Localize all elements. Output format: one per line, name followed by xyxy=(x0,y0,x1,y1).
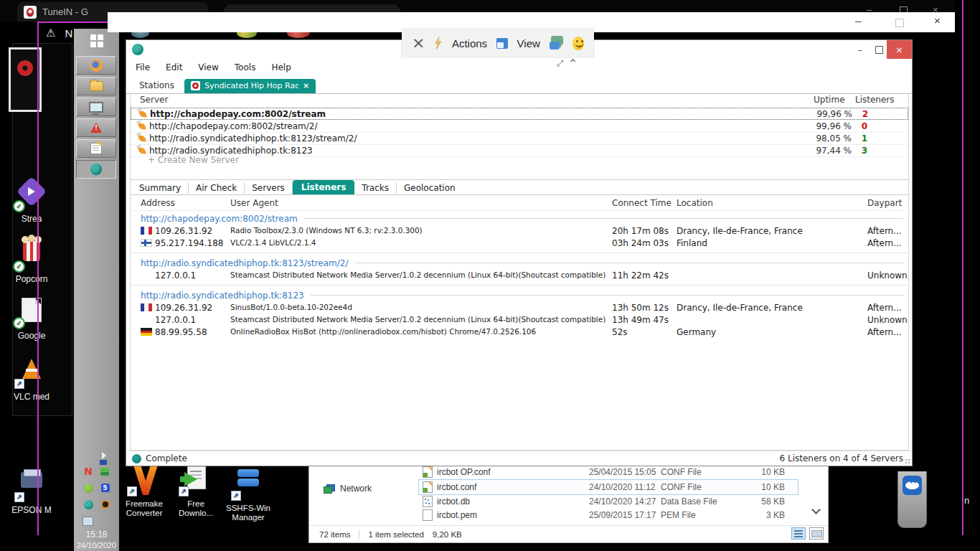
col-server: Server xyxy=(140,95,168,105)
green-flag-tray-icon[interactable] xyxy=(100,468,109,476)
app-minimize-button[interactable]: – xyxy=(851,40,870,59)
actions-button[interactable]: Actions xyxy=(452,37,487,50)
nvidia-tray-icon[interactable]: N xyxy=(84,466,93,476)
sidebar-item-network[interactable]: Network xyxy=(324,484,372,494)
start-button[interactable] xyxy=(74,29,119,53)
desktop-icon-epson[interactable]: ↗ EPSON M xyxy=(0,466,63,515)
outer-close-button[interactable]: × xyxy=(934,14,941,27)
file-type: CONF File xyxy=(661,467,745,477)
menu-tools[interactable]: Tools xyxy=(235,62,256,72)
smiley-feedback-icon[interactable] xyxy=(573,37,584,50)
taskbar-button-explorer[interactable] xyxy=(76,77,116,95)
listener-user-agent: SinusBot/1.0.0-beta.10-202ee4d xyxy=(230,303,593,312)
file-row[interactable]: ircbot.db 24/10/2020 14:27 Data Base Fil… xyxy=(423,494,792,508)
taskbar-button-radio-app-active[interactable] xyxy=(76,160,116,179)
radio-app-window: – × File Edit View Tools Help Stations S… xyxy=(126,39,913,466)
details-view-button[interactable] xyxy=(791,527,806,540)
outer-minimize-button[interactable]: – xyxy=(855,14,861,27)
flag-finland-icon xyxy=(141,239,152,247)
listener-row[interactable]: 88.99.95.58 OnlineRadioBox HisBot (http:… xyxy=(130,326,909,338)
listener-row[interactable]: 109.26.31.92 SinusBot/1.0.0-beta.10-202e… xyxy=(130,301,909,314)
taskbar-button-alerts[interactable] xyxy=(76,118,116,137)
remote-session-toolbar: × Actions View xyxy=(402,29,594,57)
group-url[interactable]: http://radio.syndicatedhiphop.tk:8123 xyxy=(141,291,304,301)
group-url[interactable]: http://chapodepay.com:8002/stream xyxy=(141,214,298,224)
tab-servers[interactable]: Servers xyxy=(245,182,293,195)
expand-icon[interactable]: ⤢ xyxy=(557,58,564,68)
desktop-icon-stream[interactable]: ✓ Strea xyxy=(0,178,63,224)
listener-address: 109.26.31.92 xyxy=(155,226,212,236)
file-name: ircbot.conf xyxy=(437,482,589,492)
scroll-down-chevron-icon[interactable] xyxy=(811,505,821,514)
close-tab-icon[interactable]: × xyxy=(303,81,309,90)
globe-icon xyxy=(90,164,102,175)
tab-geolocation[interactable]: Geolocation xyxy=(397,182,463,195)
collapse-chevron-icon[interactable]: ^ xyxy=(570,58,577,68)
taskbar-button-monitor[interactable] xyxy=(76,98,116,116)
col-uptime: Uptime xyxy=(814,95,845,105)
teamviewer-panel-tab[interactable]: ↔ xyxy=(897,471,927,528)
file-name: ircbot.pem xyxy=(437,510,589,520)
notification-text: N xyxy=(65,27,72,39)
app-maximize-button[interactable] xyxy=(870,40,888,59)
alert-triangle-icon xyxy=(90,123,102,133)
desktop-icon-vlc[interactable]: ↗ VLC med xyxy=(0,356,63,402)
tab-listeners-active[interactable]: Listeners xyxy=(293,180,355,195)
notepad-icon xyxy=(90,143,102,154)
listener-row[interactable]: 109.26.31.92 Radio Toolbox/2.3.0 (Window… xyxy=(130,225,909,237)
file-row[interactable]: ircbot OP.conf 25/04/2015 15:05 CONF Fil… xyxy=(423,465,792,479)
outer-maximize-button[interactable] xyxy=(895,19,904,27)
calculator-tray-icon[interactable] xyxy=(83,517,93,526)
listener-connect-time: 03h 24m 03s xyxy=(612,238,677,248)
system-tray: N 5 xyxy=(74,466,119,532)
taskbar-button-notepad[interactable] xyxy=(76,139,116,158)
listener-user-agent: Steamcast Distributed Network Media Serv… xyxy=(230,270,593,280)
view-monitor-icon xyxy=(496,38,508,49)
desktop-icon-popcorn[interactable]: ✓ Popcorn xyxy=(0,237,63,284)
tab-air-check[interactable]: Air Check xyxy=(189,182,245,195)
desktop-icon-sshfs[interactable]: ↗ SSHFS-Win Manager xyxy=(221,465,275,522)
listener-connect-time: 13h 50m 12s xyxy=(612,303,677,313)
create-new-server-button[interactable]: + Create New Server xyxy=(148,155,239,165)
desktop-icon-google[interactable]: ✓ Google xyxy=(0,296,63,341)
tab-active-station[interactable]: Syndicated Hip Hop Rad × xyxy=(184,79,316,93)
menu-edit[interactable]: Edit xyxy=(166,62,182,72)
menu-view[interactable]: View xyxy=(198,62,218,72)
file-row[interactable]: ircbot.conf 24/10/2020 11:12 CONF File 1… xyxy=(423,480,792,494)
desktop-icon-freemake[interactable]: ↗ Freemake Converter xyxy=(119,465,169,518)
chat-bubbles-icon[interactable] xyxy=(550,36,564,50)
file-name: ircbot OP.conf xyxy=(437,467,589,477)
col-daypart: Daypart xyxy=(867,198,902,208)
server-row[interactable]: http://radio.syndicatedhiphop.tk:8123/st… xyxy=(131,133,908,145)
app-close-button[interactable]: × xyxy=(887,40,912,59)
check-badge-icon: ✓ xyxy=(13,200,25,212)
tab-summary[interactable]: Summary xyxy=(132,182,189,195)
server-row[interactable]: http://radio.syndicatedhiphop.tk:8123 97… xyxy=(131,145,908,157)
tab-stations[interactable]: Stations xyxy=(132,78,182,93)
group-url[interactable]: http://radio.syndicatedhiphop.tk:8123/st… xyxy=(141,258,349,268)
server-row[interactable]: http://chapodepay.com:8002/stream/2/ 99,… xyxy=(131,121,908,133)
globe-tray-icon[interactable] xyxy=(84,500,93,509)
toolbar-close-icon[interactable]: × xyxy=(412,35,425,51)
listener-row[interactable]: 95.217.194.188 VLC/2.1.4 LibVLC/2.1.4 03… xyxy=(130,237,909,249)
menu-file[interactable]: File xyxy=(136,62,150,72)
desktop-icon-free-download[interactable]: ↗ Free Downlo... xyxy=(173,465,219,518)
menu-help[interactable]: Help xyxy=(271,62,291,72)
orange-ring-tray-icon[interactable] xyxy=(101,500,110,509)
taskbar-expand-arrow-icon[interactable] xyxy=(102,452,106,459)
divider xyxy=(130,194,909,195)
file-row[interactable]: ircbot.pem 25/09/2015 17:17 PEM File 3 K… xyxy=(423,508,792,522)
clipped-desktop-label: n xyxy=(964,495,969,506)
taskbar-button-firefox[interactable] xyxy=(76,56,116,75)
teamspeak5-tray-icon[interactable]: 5 xyxy=(101,484,110,492)
file-date: 25/04/2015 15:05 xyxy=(589,467,661,477)
listener-row[interactable]: 127.0.0.1 Steamcast Distributed Network … xyxy=(130,269,909,281)
server-row[interactable]: http://chapodepay.com:8002/stream 99,96 … xyxy=(131,108,908,120)
listener-row[interactable]: 127.0.0.1 Steamcast Distributed Network … xyxy=(130,314,909,326)
thumbnail-view-button[interactable] xyxy=(809,527,824,540)
view-button[interactable]: View xyxy=(517,37,540,50)
resize-grip[interactable] xyxy=(905,458,910,464)
tab-tracks[interactable]: Tracks xyxy=(354,182,397,195)
listener-daypart: Aftern... xyxy=(867,238,909,248)
green-circle-tray-icon[interactable] xyxy=(84,484,93,493)
